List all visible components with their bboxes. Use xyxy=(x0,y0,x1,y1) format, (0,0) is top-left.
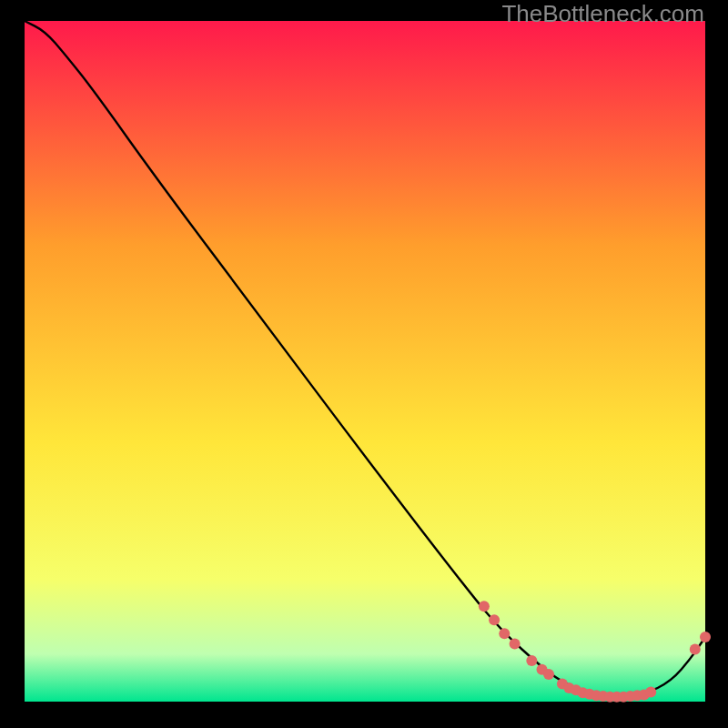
chart-curve-layer xyxy=(25,21,705,702)
watermark-text: TheBottleneck.com xyxy=(501,0,704,28)
chart-plot-area xyxy=(25,21,705,702)
data-point xyxy=(479,601,490,612)
data-point xyxy=(526,655,537,666)
data-point xyxy=(700,632,711,642)
data-point xyxy=(510,638,521,649)
data-point xyxy=(499,628,510,639)
data-point xyxy=(645,687,656,698)
data-point xyxy=(489,614,500,625)
data-point xyxy=(690,643,701,654)
data-points xyxy=(479,601,711,703)
bottleneck-curve xyxy=(25,21,705,695)
data-point xyxy=(543,669,554,680)
